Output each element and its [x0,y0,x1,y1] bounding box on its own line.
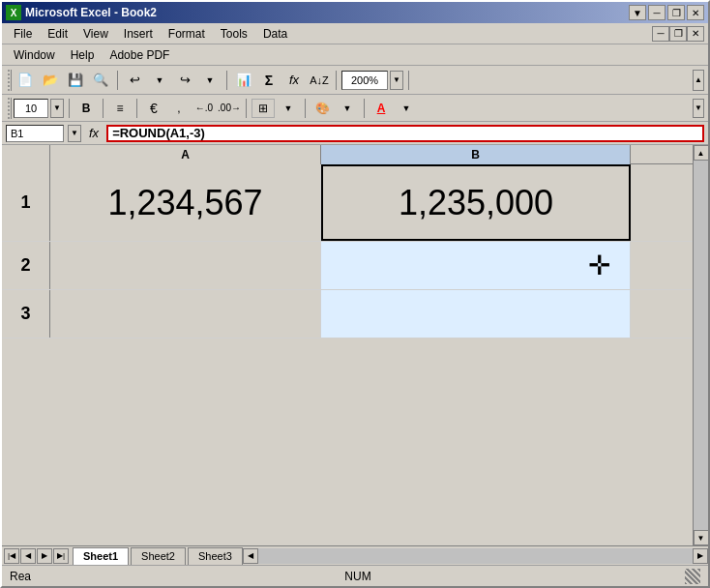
restore-button[interactable]: ❐ [667,5,685,20]
currency-button[interactable]: € [142,99,165,118]
menu-help[interactable]: Help [63,46,103,64]
cell-b1[interactable]: 1,235,000 [321,164,631,241]
toolbar-sep-2 [226,71,227,90]
format-toolbar-grip [6,98,12,119]
cell-a3[interactable] [50,290,321,338]
title-bar: X Microsoft Excel - Book2 ▼ ─ ❐ ✕ [2,2,708,23]
resize-grip[interactable] [685,569,700,584]
scroll-up-button[interactable]: ▲ [694,145,709,161]
scroll-down-button[interactable]: ▼ [694,530,709,545]
grid-wrapper: A B 1 1,234,567 1,235,000 2 [2,145,693,545]
font-color-dropdown[interactable]: ▼ [395,99,418,118]
decrease-decimal-button[interactable]: ←.0 [192,99,216,118]
main-toolbar: 📄 📂 💾 🔍 ↩ ▼ ↪ ▼ 📊 Σ fx A↓Z 200% ▼ ▲ [2,66,708,95]
table-row: 1 1,234,567 1,235,000 [2,164,693,242]
sheet-nav-buttons: |◀ ◀ ▶ ▶| [2,548,71,564]
sheet-tab-1[interactable]: Sheet1 [73,547,129,565]
toolbar-scroll-up[interactable]: ▲ [693,70,704,91]
cell-a2[interactable] [50,242,321,289]
status-bar: Rea NUM [2,565,708,586]
zoom-dropdown[interactable]: ▼ [390,71,403,90]
status-num: NUM [344,570,370,583]
app-restore-btn[interactable]: ❐ [669,26,687,42]
corner-cell [2,145,50,164]
grid-rows: 1 1,234,567 1,235,000 2 ✛ [2,164,693,545]
fx-button[interactable]: fx [282,70,306,91]
menu-window[interactable]: Window [6,46,63,64]
cell-b2[interactable]: ✛ [321,242,631,289]
toolbar-sep-1 [117,71,118,90]
app-close-btn[interactable]: ✕ [687,26,704,42]
h-scroll-track[interactable] [258,551,693,561]
redo-button[interactable]: ↪ [173,70,196,91]
col-header-a[interactable]: A [50,145,321,164]
sort-az-button[interactable]: A↓Z [308,70,331,91]
title-controls: ▼ ─ ❐ ✕ [629,5,704,20]
row-header-1[interactable]: 1 [2,164,50,241]
comma-button[interactable]: , [167,99,191,118]
row-header-2[interactable]: 2 [2,242,50,289]
h-scroll-left-btn[interactable]: ◀ [243,548,258,564]
border-button[interactable]: ⊞ [251,99,275,118]
chart-button[interactable]: 📊 [232,70,255,91]
sheet-nav-first[interactable]: |◀ [4,548,19,564]
menu-adobe-pdf[interactable]: Adobe PDF [102,46,177,64]
menu-insert[interactable]: Insert [116,25,161,43]
search-button[interactable]: 🔍 [89,70,112,91]
menu-tools[interactable]: Tools [213,25,255,43]
h-scroll-right-btn[interactable]: ▶ [693,548,708,564]
zoom-box: 200% [341,71,388,90]
sigma-button[interactable]: Σ [257,70,281,91]
table-row: 2 ✛ [2,242,693,290]
cell-b1-value: 1,235,000 [399,183,553,223]
menu-view[interactable]: View [75,25,116,43]
fill-color-button[interactable]: 🎨 [311,99,334,118]
border-dropdown[interactable]: ▼ [277,99,300,118]
cell-b3[interactable] [321,290,631,338]
fmt-sep-6 [364,99,365,118]
save-button[interactable]: 💾 [64,70,87,91]
col-header-b[interactable]: B [321,145,631,164]
increase-decimal-button[interactable]: .00→ [218,99,241,118]
menu-format[interactable]: Format [161,25,213,43]
sheet-tab-2[interactable]: Sheet2 [131,547,186,565]
sheet-nav-last[interactable]: ▶| [53,548,69,564]
font-size-dropdown[interactable]: ▼ [50,99,64,118]
fmt-toolbar-scroll[interactable]: ▼ [693,99,704,118]
format-toolbar: 10 ▼ B ≡ € , ←.0 .00→ ⊞ ▼ 🎨 ▼ A ▼ ▼ [2,95,708,122]
formula-input[interactable]: =ROUND(A1,-3) [106,125,704,142]
align-left-button[interactable]: ≡ [108,99,132,118]
sheet-tab-3[interactable]: Sheet3 [188,547,243,565]
undo-arrow-button[interactable]: ▼ [148,70,171,91]
undo-button[interactable]: ↩ [123,70,146,91]
menu-data[interactable]: Data [255,25,295,43]
cell-reference-box[interactable]: B1 [6,125,64,142]
menu-edit[interactable]: Edit [40,25,75,43]
menu-file[interactable]: File [6,25,40,43]
spreadsheet-area: A B 1 1,234,567 1,235,000 2 [2,145,708,545]
toolbar-sep-4 [408,71,409,90]
cell-a1[interactable]: 1,234,567 [50,164,321,241]
bold-button[interactable]: B [74,99,98,118]
redo-arrow-button[interactable]: ▼ [198,70,222,91]
status-right: NUM [344,570,370,583]
title-bar-left: X Microsoft Excel - Book2 [6,5,157,20]
menu-bar-2: Window Help Adobe PDF [2,44,708,66]
title-dropdown-btn[interactable]: ▼ [629,5,646,20]
cell-ref-dropdown[interactable]: ▼ [68,125,81,142]
scroll-track[interactable] [694,161,709,530]
open-button[interactable]: 📂 [39,70,62,91]
sheet-nav-next[interactable]: ▶ [37,548,52,564]
close-button[interactable]: ✕ [687,5,704,20]
excel-window: X Microsoft Excel - Book2 ▼ ─ ❐ ✕ File E… [0,0,710,588]
sheet-nav-prev[interactable]: ◀ [20,548,36,564]
new-button[interactable]: 📄 [14,70,37,91]
sheet-tabs-area: |◀ ◀ ▶ ▶| Sheet1 Sheet2 Sheet3 ◀ ▶ [2,545,708,565]
minimize-button[interactable]: ─ [648,5,666,20]
font-color-button[interactable]: A [370,99,393,118]
fill-color-dropdown[interactable]: ▼ [336,99,359,118]
excel-icon: X [6,5,21,20]
app-minimize-btn[interactable]: ─ [652,26,669,42]
font-size-box[interactable]: 10 [14,99,48,118]
row-header-3[interactable]: 3 [2,290,50,338]
